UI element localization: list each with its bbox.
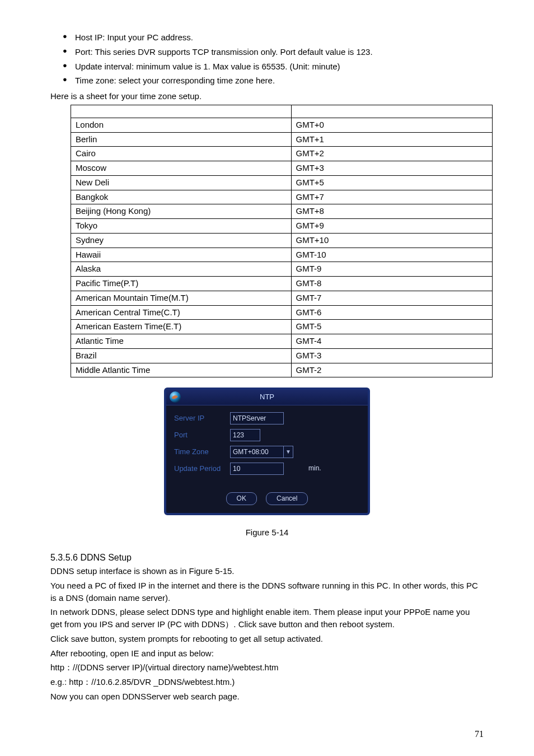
table-cell: Bangkok [71, 190, 292, 204]
table-cell: GMT-8 [291, 277, 493, 291]
table-cell: GMT+9 [291, 219, 493, 234]
table-cell: London [71, 118, 292, 132]
timezone-value: GMT+08:00 [230, 446, 284, 458]
body-paragraph: Click save button, system prompts for re… [50, 633, 484, 645]
table-cell: GMT+7 [291, 190, 493, 204]
timezone-label: Time Zone [174, 447, 230, 458]
table-cell: GMT-6 [291, 305, 493, 320]
table-cell: Brazil [71, 348, 292, 363]
section-heading: 5.3.5.6 DDNS Setup [50, 551, 484, 564]
dialog-title: NTP [260, 393, 274, 401]
table-cell: GMT+2 [291, 147, 493, 161]
table-cell: Beijing (Hong Kong) [71, 204, 292, 219]
server-ip-field[interactable]: NTPServer [230, 412, 284, 424]
table-cell: GMT+8 [291, 204, 493, 219]
table-cell: Pacific Time(P.T) [71, 277, 292, 291]
table-cell: GMT-7 [291, 291, 493, 305]
body-paragraph: http：//(DDNS server IP)/(virtual directo… [50, 661, 484, 674]
table-cell: Cairo [71, 147, 292, 161]
min-unit-label: min. [308, 464, 321, 473]
body-paragraph: You need a PC of fixed IP in the interne… [50, 580, 484, 604]
update-period-field[interactable]: 10 [230, 463, 284, 475]
table-cell: Berlin [71, 132, 292, 147]
bullet-item: Port: This series DVR supports TCP trans… [63, 46, 484, 58]
body-paragraph: Now you can open DDNSServer web search p… [50, 690, 484, 703]
table-cell: American Central Time(C.T) [71, 305, 292, 320]
update-period-label: Update Period [174, 464, 230, 474]
body-paragraph: e.g.: http：//10.6.2.85/DVR _DDNS/webtest… [50, 676, 484, 688]
table-cell: GMT+5 [291, 175, 493, 190]
server-ip-label: Server IP [174, 413, 230, 424]
table-cell: New Deli [71, 175, 292, 190]
dialog-titlebar: NTP [166, 390, 368, 405]
table-cell: GMT+3 [291, 161, 493, 176]
bullet-item: Host IP: Input your PC address. [63, 31, 484, 44]
bullet-item: Update interval: minimum value is 1. Max… [63, 60, 484, 73]
chevron-down-icon[interactable]: ▼ [284, 446, 293, 458]
bullet-item: Time zone: select your corresponding tim… [63, 74, 484, 87]
table-cell [291, 105, 493, 118]
body-paragraph: In network DDNS, please select DDNS type… [50, 606, 484, 631]
table-cell: Hawaii [71, 248, 292, 262]
table-cell: American Eastern Time(E.T) [71, 320, 292, 334]
table-cell: GMT-3 [291, 348, 493, 363]
body-paragraph: DDNS setup interface is shown as in Figu… [50, 565, 484, 577]
app-logo-icon [168, 390, 182, 404]
table-cell: Moscow [71, 161, 292, 176]
table-cell [71, 105, 292, 118]
bullet-list: Host IP: Input your PC address. Port: Th… [50, 31, 484, 87]
table-cell: GMT-10 [291, 248, 493, 262]
port-label: Port [174, 430, 230, 441]
port-field[interactable]: 123 [230, 429, 260, 441]
ok-button[interactable]: OK [226, 492, 257, 505]
body-paragraph: After rebooting, open IE and input as be… [50, 647, 484, 660]
sheet-intro: Here is a sheet for your time zone setup… [50, 90, 484, 102]
table-cell: Alaska [71, 262, 292, 277]
table-cell: GMT-2 [291, 363, 493, 377]
timezone-table: LondonGMT+0 BerlinGMT+1 CairoGMT+2 Mosco… [71, 105, 493, 378]
table-cell: GMT+10 [291, 233, 493, 248]
table-cell: Tokyo [71, 219, 292, 234]
table-cell: GMT+1 [291, 132, 493, 147]
table-cell: GMT+0 [291, 118, 493, 132]
ntp-dialog: NTP Server IP NTPServer Port 123 Time Zo… [164, 388, 370, 515]
table-cell: GMT-5 [291, 320, 493, 334]
table-cell: Atlantic Time [71, 334, 292, 349]
timezone-select[interactable]: GMT+08:00 ▼ [230, 446, 293, 458]
page-number: 71 [50, 727, 484, 740]
table-cell: GMT-9 [291, 262, 493, 277]
table-cell: American Mountain Time(M.T) [71, 291, 292, 305]
figure-caption: Figure 5-14 [50, 526, 484, 539]
cancel-button[interactable]: Cancel [266, 492, 308, 505]
table-cell: Sydney [71, 233, 292, 248]
table-cell: GMT-4 [291, 334, 493, 349]
table-cell: Middle Atlantic Time [71, 363, 292, 377]
